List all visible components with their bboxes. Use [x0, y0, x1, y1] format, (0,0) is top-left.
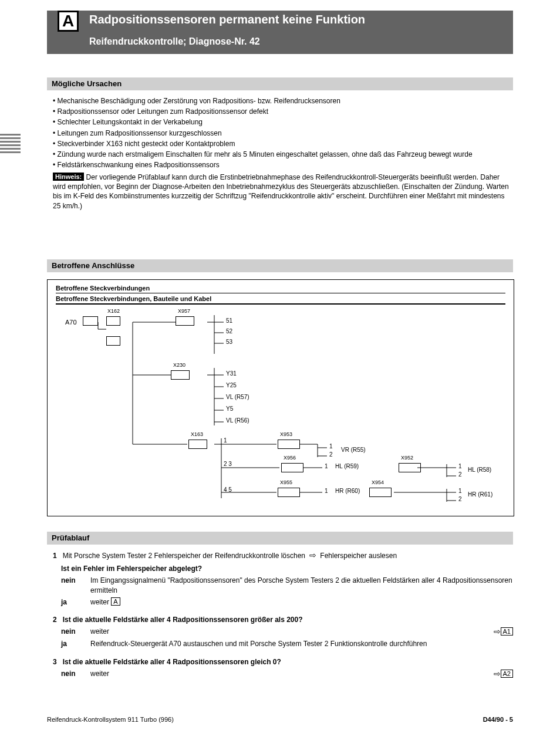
- cause-item: • Zündung wurde nach erstmaligem Einscha…: [53, 150, 513, 159]
- cause-item: • Radpositionssensor oder Leitungen zum …: [53, 107, 513, 116]
- page-edge-marks: [0, 134, 21, 155]
- wiring-diagram: Betroffene Steckverbindungen Betroffene …: [47, 279, 514, 516]
- arrow-icon: ⇨: [494, 669, 501, 678]
- section-connections-heading: Betroffene Anschlüsse: [47, 259, 513, 272]
- arrow-icon: ⇨: [494, 627, 501, 636]
- banner-title: Radpositionssensoren permanent keine Fun…: [89, 13, 365, 26]
- cause-item: • Schlechter Leitungskontakt in der Verk…: [53, 117, 513, 127]
- section-causes-heading: Mögliche Ursachen: [47, 77, 513, 90]
- note-block: Hinweis: Der vorliegende Prüfablauf kann…: [47, 173, 513, 211]
- cause-item: • Leitungen zum Radpositionssensor kurzg…: [53, 129, 513, 138]
- step-ref-a: A: [111, 597, 120, 606]
- note-body: Der vorliegende Prüfablauf kann durch di…: [53, 173, 509, 210]
- title-banner: A Radpositionssensoren permanent keine F…: [47, 11, 513, 54]
- route-a1: A1: [501, 627, 513, 636]
- banner-subtitle: Reifendruckkontrolle; Diagnose-Nr. 42: [89, 36, 260, 47]
- causes-list: • Mechanische Beschädigung oder Zerstöru…: [47, 95, 513, 171]
- arrow-icon: ⇨: [309, 550, 316, 560]
- cause-item: • Feldstärkenschwankung eines Radpositio…: [53, 160, 513, 170]
- footer-left: Reifendruck-Kontrollsystem 911 Turbo (99…: [47, 716, 174, 723]
- section-procedure-heading: Prüfablauf: [47, 532, 513, 545]
- procedure-body: 1 Mit Porsche System Tester 2 Fehlerspei…: [47, 550, 513, 679]
- note-label: Hinweis:: [53, 173, 84, 181]
- cause-item: • Steckverbinder X163 nicht gesteckt ode…: [53, 139, 513, 148]
- section-letter-box: A: [58, 11, 79, 32]
- route-a2: A2: [501, 670, 513, 678]
- cause-item: • Mechanische Beschädigung oder Zerstöru…: [53, 96, 513, 106]
- footer-right: D44/90 - 5: [483, 716, 513, 723]
